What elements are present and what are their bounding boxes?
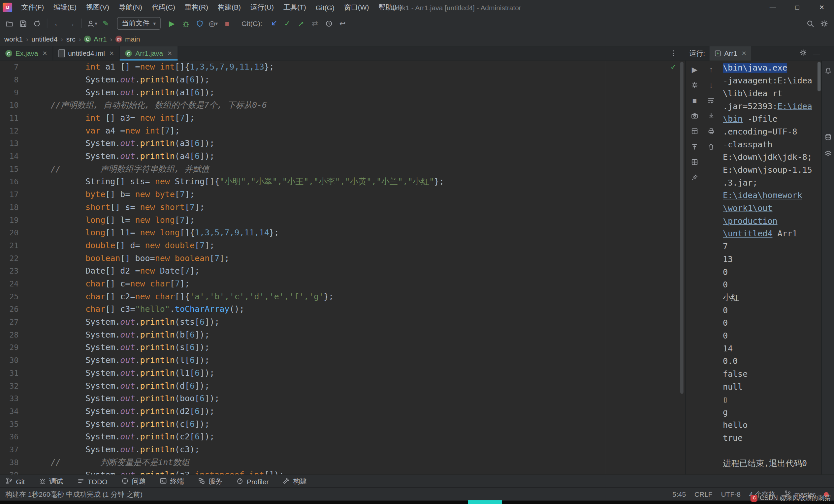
editor-tab-Ex.java[interactable]: CEx.java✕	[0, 46, 53, 61]
console-line[interactable]: .jar=52393:E:\idea	[723, 100, 815, 113]
code-line[interactable]: 21 double[] d= new double[7];	[0, 239, 685, 252]
editor-tab-untitled4.iml[interactable]: untitled4.iml✕	[53, 46, 120, 61]
console-line[interactable]: g	[723, 406, 815, 419]
search-everywhere-icon[interactable]	[803, 17, 817, 30]
menu-item-5[interactable]: 重构(R)	[180, 1, 213, 15]
console-link[interactable]: \production	[723, 216, 777, 226]
run-with-coverage-icon[interactable]	[193, 17, 206, 30]
code-line[interactable]: 19 long[] l= new long[7];	[0, 213, 685, 226]
code-line[interactable]: 24 char[] c=new char[7];	[0, 278, 685, 291]
console-link[interactable]: \work1\out	[723, 203, 772, 213]
code-line[interactable]: 10 //声明数组, 自动初始化, 数组的个数是7个, 下标从0-6	[0, 99, 685, 112]
code-line[interactable]: 27 System.out.println(sts[6]);	[0, 316, 685, 329]
maximize-window-button[interactable]: □	[785, 0, 810, 15]
tool-window-button-Profiler[interactable]: Profiler	[236, 477, 269, 486]
code-line[interactable]: 20 long[] l1= new long[]{1,3,5,7,9,11,14…	[0, 226, 685, 239]
tool-window-button-调试[interactable]: 调试	[39, 477, 63, 486]
code-line[interactable]: 9 System.out.println(a1[6]);	[0, 86, 685, 99]
code-line[interactable]: 29 System.out.println(s[6]);	[0, 341, 685, 354]
code-line[interactable]: 18 short[] s= new short[7];	[0, 201, 685, 213]
console-line[interactable]: \production	[723, 214, 815, 227]
console-line[interactable]: 13	[723, 253, 815, 266]
menu-item-8[interactable]: 工具(T)	[279, 1, 311, 15]
code-line[interactable]: 12 var a4 =new int[7];	[0, 124, 685, 137]
run-configuration-select[interactable]: 当前文件 ▾	[117, 17, 161, 30]
tool-window-button-TODO[interactable]: TODO	[77, 477, 107, 486]
inspections-ok-icon[interactable]: ✓	[671, 63, 677, 71]
code-line[interactable]: 38 // 判断变量是不是int数组	[0, 456, 685, 469]
tool-window-button-问题[interactable]: 问题	[122, 477, 146, 486]
print-icon[interactable]	[705, 125, 718, 137]
soft-wrap-icon[interactable]	[705, 95, 718, 106]
rerun-button[interactable]: ▶	[688, 64, 701, 75]
git-commit-icon[interactable]: ✓	[280, 17, 294, 30]
run-settings-gear-icon[interactable]	[799, 49, 807, 58]
console-line[interactable]: E:\down\jsoup-1.15	[723, 164, 815, 177]
menu-item-9[interactable]: Git(G)	[311, 1, 339, 14]
menu-item-7[interactable]: 运行(U)	[245, 1, 279, 15]
menu-item-0[interactable]: 文件(F)	[17, 1, 49, 15]
console-line[interactable]	[723, 444, 815, 457]
forward-arrow-icon[interactable]: →	[64, 17, 78, 30]
console-line[interactable]: \untitled4 Arr1	[723, 227, 815, 240]
code-edit-pencil-icon[interactable]: ✎	[99, 17, 113, 30]
console-line[interactable]: \bin\java.exe	[723, 62, 815, 74]
thread-dump-camera-icon[interactable]	[688, 110, 701, 122]
sync-refresh-icon[interactable]	[30, 17, 44, 30]
close-icon[interactable]: ✕	[742, 50, 747, 57]
console-line[interactable]: \lib\idea_rt	[723, 87, 815, 100]
code-line[interactable]: 34 System.out.println(d2[6]);	[0, 405, 685, 418]
history-clock-icon[interactable]	[322, 17, 335, 30]
close-window-button[interactable]: ✕	[810, 0, 834, 15]
console-line[interactable]: -javaagent:E:\idea	[723, 74, 815, 87]
console-line[interactable]: hello	[723, 419, 815, 432]
console-line[interactable]: E:\down\jdk\jdk-8;	[723, 151, 815, 164]
code-line[interactable]: 31 System.out.println(l1[6]);	[0, 367, 685, 380]
notifications-bell-icon[interactable]	[824, 67, 832, 76]
code-line[interactable]: 7 int a1 [] =new int[]{1,3,5,7,9,11,13};	[0, 61, 685, 73]
stop-process-button[interactable]: ■	[688, 95, 701, 106]
console-line[interactable]: E:\idea\homework	[723, 189, 815, 202]
open-project-icon[interactable]	[2, 17, 16, 30]
code-line[interactable]: 23 Date[] d2 =new Date[7];	[0, 265, 685, 278]
console-link[interactable]: \bin	[723, 114, 743, 124]
menu-item-2[interactable]: 视图(V)	[82, 1, 114, 15]
settings-gear-icon[interactable]	[817, 17, 831, 30]
code-line[interactable]: 17 byte[] b= new byte[7];	[0, 188, 685, 201]
tab-options-icon[interactable]: ⋮	[670, 49, 677, 57]
run-button[interactable]: ▶	[165, 17, 179, 30]
tool-window-button-Git[interactable]: Git	[5, 477, 25, 486]
console-link[interactable]: E:\idea	[777, 101, 812, 111]
code-line[interactable]: 11 int [] a3= new int[7];	[0, 112, 685, 124]
console-line[interactable]: 0	[723, 266, 815, 278]
console-line[interactable]: null	[723, 381, 815, 393]
console-line[interactable]: true	[723, 432, 815, 444]
save-all-icon[interactable]	[16, 17, 30, 30]
back-arrow-icon[interactable]: ←	[50, 17, 64, 30]
code-line[interactable]: 30 System.out.println(l[6]);	[0, 354, 685, 367]
code-line[interactable]: 13 System.out.println(a3[6]);	[0, 137, 685, 150]
wrench-icon[interactable]	[688, 79, 701, 91]
stop-button[interactable]: ■	[220, 17, 234, 30]
debug-button[interactable]	[179, 17, 193, 30]
console-line[interactable]: 0	[723, 329, 815, 342]
code-line[interactable]: 8 System.out.println(a[6]);	[0, 73, 685, 86]
minimize-window-button[interactable]: —	[761, 0, 785, 15]
breadcrumb-item-src[interactable]: src	[66, 35, 75, 43]
layout-grid-icon[interactable]	[688, 156, 701, 168]
git-update-icon[interactable]	[267, 17, 280, 30]
tool-window-button-终端[interactable]: 终端	[160, 477, 184, 486]
code-line[interactable]: 14 System.out.println(a4[6]);	[0, 150, 685, 163]
close-icon[interactable]: ✕	[42, 50, 47, 57]
breadcrumb-item-work1[interactable]: work1	[4, 35, 23, 43]
code-line[interactable]: 33 System.out.println(boo[6]);	[0, 392, 685, 405]
profiler-run-icon[interactable]: ◎▾	[206, 17, 220, 30]
console-line[interactable]: 14	[723, 342, 815, 355]
pin-icon[interactable]	[688, 172, 701, 183]
code-line[interactable]: 28 System.out.println(b[6]);	[0, 328, 685, 341]
console-line[interactable]: 0	[723, 304, 815, 317]
console-line[interactable]: 7	[723, 240, 815, 253]
code-line[interactable]: 16 String[] sts= new String[]{"小明","小翠",…	[0, 175, 685, 188]
console-line[interactable]: 0.0	[723, 355, 815, 368]
scroll-to-end-icon[interactable]	[705, 110, 718, 122]
